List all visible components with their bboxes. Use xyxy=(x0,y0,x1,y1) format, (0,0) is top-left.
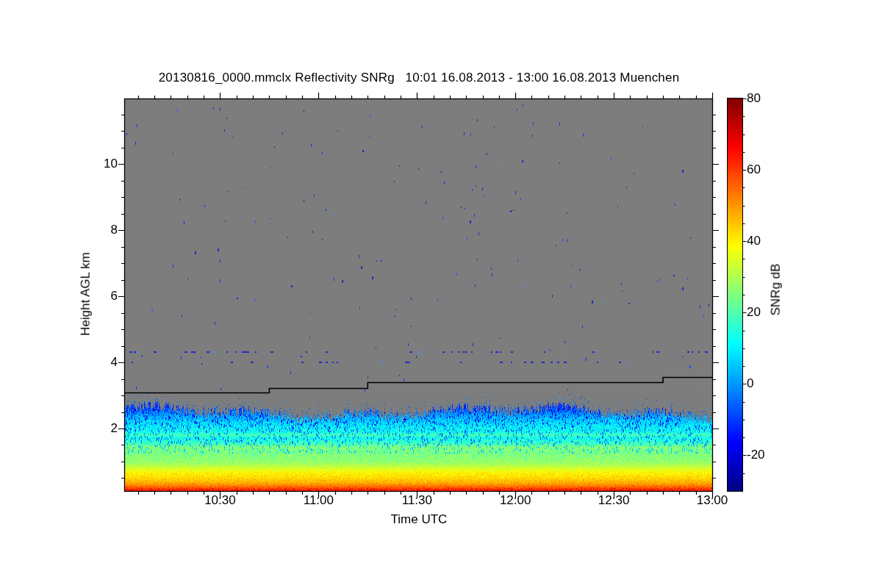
x-axis-label: Time UTC xyxy=(391,513,448,527)
x-tick-label: 10:30 xyxy=(204,494,236,508)
y-tick-label: 10 xyxy=(82,157,118,171)
x-tick-label: 12:00 xyxy=(500,494,531,508)
colorbar-tick-label: 20 xyxy=(747,306,761,320)
x-tick-label: 11:30 xyxy=(402,494,432,508)
y-tick-label: 6 xyxy=(82,290,118,304)
colorbar-tick-label: 80 xyxy=(747,92,761,106)
colorbar-tick-label: -20 xyxy=(747,448,765,462)
y-tick-label: 4 xyxy=(82,356,118,370)
colorbar-tick-label: 60 xyxy=(747,163,761,177)
radar-reflectivity-figure: 20130816_0000.mmclx Reflectivity SNRg 10… xyxy=(0,0,882,588)
x-tick-label: 11:00 xyxy=(304,494,334,508)
x-tick-label: 13:00 xyxy=(697,494,728,508)
colorbar-tick-label: 0 xyxy=(747,377,753,391)
colorbar-label: SNRg dB xyxy=(770,264,784,316)
chart-title: 20130816_0000.mmclx Reflectivity SNRg 10… xyxy=(159,71,680,85)
y-tick-label: 8 xyxy=(82,223,118,237)
colorbar-tick-label: 40 xyxy=(747,234,761,248)
heatmap-canvas xyxy=(0,0,882,588)
x-tick-label: 12:30 xyxy=(598,494,630,508)
y-tick-label: 2 xyxy=(82,422,118,436)
